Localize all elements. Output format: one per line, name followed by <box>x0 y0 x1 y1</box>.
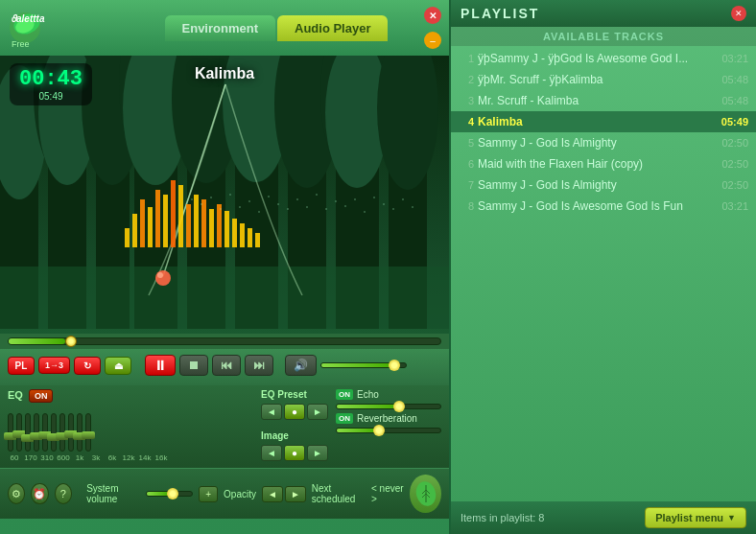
track-num-2: 2 <box>459 74 474 85</box>
eq-slider-16k[interactable] <box>85 413 91 452</box>
prev-button[interactable]: ⏮ <box>212 355 241 376</box>
playlist-close-button[interactable]: ✕ <box>731 6 746 21</box>
svg-rect-29 <box>0 267 449 329</box>
player-area: 00:43 05:49 Kalimba <box>0 56 449 334</box>
track-dur-2: 05:48 <box>721 74 748 85</box>
eq-freq-3k: 3k <box>89 453 103 462</box>
track-item-5[interactable]: 5 Sammy J - God Is Almighty 02:50 <box>451 132 756 153</box>
echo-thumb[interactable] <box>393 401 405 412</box>
track-item-8[interactable]: 8 Sammy J - God Is Awesome God Is Fun 03… <box>451 196 756 217</box>
eq-freq-12k: 12k <box>122 453 135 462</box>
settings-button[interactable]: ⚙ <box>8 483 25 504</box>
next-scheduled-label: Next scheduled <box>312 483 366 504</box>
items-count: Items in playlist: 8 <box>461 512 544 523</box>
repeat-button[interactable]: ↻ <box>74 357 101 375</box>
eq-freq-6k: 6k <box>106 453 119 462</box>
eject-button[interactable]: ⏏ <box>105 357 131 375</box>
reverb-label: Reverberation <box>357 413 417 424</box>
svg-point-31 <box>155 270 171 286</box>
playlist-title: PLAYLIST <box>461 6 539 21</box>
reverb-slider[interactable] <box>336 428 441 433</box>
svg-rect-35 <box>140 199 145 247</box>
progress-fill <box>9 338 65 344</box>
echo-on-indicator: ON <box>336 389 353 400</box>
eq-preset-buttons: ◄ ● ► <box>261 404 328 420</box>
track-name-4: Kalimba <box>478 115 718 128</box>
image-next[interactable]: ► <box>307 445 328 461</box>
eq-slider-170[interactable] <box>16 413 22 452</box>
nav-next[interactable]: ► <box>285 486 306 502</box>
volume-slider[interactable] <box>320 362 407 368</box>
track-item-7[interactable]: 7 Sammy J - God Is Almighty 02:50 <box>451 174 756 196</box>
nav-prev[interactable]: ◄ <box>262 486 283 502</box>
eq-thumb-16k[interactable] <box>82 431 95 439</box>
eq-freq-1k: 1k <box>73 453 86 462</box>
progress-track[interactable] <box>8 337 441 345</box>
stop-button[interactable]: ⏹ <box>179 355 208 376</box>
eq-track-170 <box>16 413 22 452</box>
app-logo: Free ϑalettta <box>8 3 60 53</box>
eq-preset-next[interactable]: ► <box>307 404 328 420</box>
system-vol-icon[interactable]: + <box>199 486 218 502</box>
svg-point-55 <box>229 194 231 196</box>
tab-environment[interactable]: Environment <box>165 15 275 41</box>
svg-point-52 <box>201 203 202 205</box>
eq-on-button[interactable]: ON <box>29 389 54 403</box>
playlist-menu-button[interactable]: Playlist menu ▼ <box>645 507 746 528</box>
shuffle-button[interactable]: 1→3 <box>38 357 70 374</box>
help-button[interactable]: ? <box>55 483 72 504</box>
track-dur-6: 02:50 <box>721 158 748 170</box>
close-button[interactable]: ✕ <box>424 7 441 24</box>
svg-point-62 <box>296 198 298 200</box>
system-volume-slider[interactable] <box>146 491 193 497</box>
svg-rect-36 <box>148 207 153 247</box>
svg-point-59 <box>268 196 270 197</box>
mute-button[interactable]: 🔊 <box>285 355 317 376</box>
track-item-3[interactable]: 3 Mr. Scruff - Kalimba 05:48 <box>451 90 756 111</box>
track-dur-7: 02:50 <box>721 179 748 191</box>
svg-point-71 <box>383 203 385 205</box>
track-num-1: 1 <box>459 53 474 64</box>
minimize-button[interactable]: – <box>424 32 441 49</box>
svg-rect-38 <box>163 195 168 247</box>
playlist-button[interactable]: PL <box>8 357 35 375</box>
svg-point-68 <box>354 198 356 200</box>
track-name-5: Sammy J - God Is Almighty <box>478 136 718 150</box>
eq-preset-mid[interactable]: ● <box>284 404 305 420</box>
timer-button[interactable]: ⏰ <box>31 483 48 504</box>
next-button[interactable]: ⏭ <box>245 355 273 376</box>
track-item-4[interactable]: 4 Kalimba 05:49 <box>451 111 756 132</box>
svg-rect-49 <box>248 228 252 247</box>
system-volume-label: System volume <box>86 483 140 504</box>
leaf-icon <box>413 480 439 507</box>
svg-point-54 <box>220 208 222 210</box>
tab-audio[interactable]: Audio Player <box>277 15 388 41</box>
eq-freq-60: 60 <box>8 453 21 462</box>
svg-point-56 <box>239 206 241 208</box>
available-tracks-header: AVAILABLE TRACKS <box>451 27 756 46</box>
reverb-thumb[interactable] <box>373 425 385 436</box>
image-mid[interactable]: ● <box>284 445 305 461</box>
reverb-row: ON Reverberation <box>336 413 441 424</box>
track-title: Kalimba <box>195 65 254 82</box>
system-volume-thumb[interactable] <box>167 488 178 499</box>
volume-thumb[interactable] <box>389 360 400 371</box>
eq-freq-170: 170 <box>24 453 37 462</box>
svg-point-66 <box>335 200 337 202</box>
playlist-footer: Items in playlist: 8 Playlist menu ▼ <box>451 501 756 534</box>
playlist-header: PLAYLIST ✕ <box>451 0 756 27</box>
playlist-content: 1 ÿþSammy J - ÿþGod Is Awesome God I... … <box>451 46 756 501</box>
image-prev[interactable]: ◄ <box>261 445 282 461</box>
eq-preset-prev[interactable]: ◄ <box>261 404 282 420</box>
track-item-6[interactable]: 6 Maid with the Flaxen Hair (copy) 02:50 <box>451 153 756 174</box>
svg-rect-47 <box>232 219 237 247</box>
echo-slider[interactable] <box>336 404 441 409</box>
track-item-2[interactable]: 2 ÿþMr. Scruff - ÿþKalimba 05:48 <box>451 69 756 90</box>
image-label: Image <box>261 430 328 441</box>
progress-area <box>0 334 449 349</box>
track-name-8: Sammy J - God Is Awesome God Is Fun <box>478 199 718 213</box>
progress-thumb[interactable] <box>65 336 77 347</box>
track-item-1[interactable]: 1 ÿþSammy J - ÿþGod Is Awesome God I... … <box>451 48 756 69</box>
pause-button[interactable]: ⏸ <box>145 355 176 376</box>
leaf-logo-button[interactable] <box>410 475 441 513</box>
